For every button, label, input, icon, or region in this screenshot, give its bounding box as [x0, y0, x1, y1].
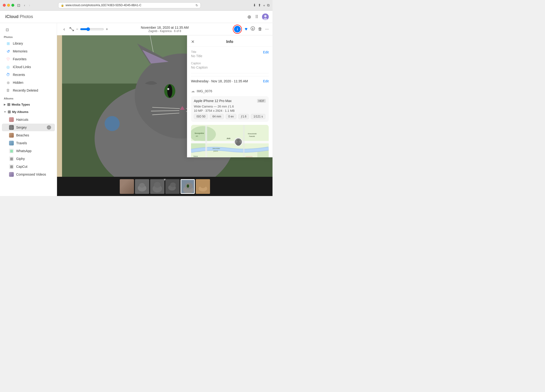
albums-section-title: Albums — [0, 95, 57, 101]
thumbnail-strip: ▼ — [57, 177, 272, 196]
minimize-button[interactable] — [7, 4, 10, 7]
info-title-edit-button[interactable]: Edit — [263, 50, 269, 54]
svg-point-64 — [170, 182, 176, 187]
sidebar-album-haircuts[interactable]: Haircuts — [2, 116, 55, 123]
info-close-button[interactable]: ✕ — [191, 39, 195, 44]
memories-icon: ↺ — [6, 49, 11, 54]
zoom-slider[interactable] — [80, 27, 104, 31]
sidebar-album-travels[interactable]: Travels — [2, 139, 55, 147]
lock-icon: 🔒 — [61, 4, 64, 7]
icloud-text: iCloud — [5, 14, 19, 19]
sidebar-album-sergey[interactable]: Sergey ··· — [2, 124, 55, 131]
browser-titlebar: ⊡ ‹ › 🔒 www.icloud.com/photos/#/a,1EE743… — [0, 0, 272, 10]
delete-button[interactable]: 🗑 — [258, 27, 262, 31]
scale-icon — [69, 27, 74, 31]
info-title-value: No Title — [191, 54, 202, 58]
map-container[interactable]: Seosjetilni ark Jarunsko jezero JUG Kine… — [191, 125, 269, 157]
strip-cat-4 — [196, 179, 210, 194]
browser-actions: ⬇ ⬆ + ⧉ — [253, 3, 270, 7]
sidebar-item-favorites[interactable]: ♡ Favorites — [2, 55, 55, 63]
info-panel: ✕ Info Title No Title Edit — [187, 35, 272, 157]
favorite-button[interactable]: ♥ — [245, 26, 248, 32]
share-button[interactable]: ⬆ — [258, 3, 261, 7]
info-divider: Wednesday · Nov 18, 2020 · 11:35 AM Edit — [191, 73, 269, 86]
svg-point-52 — [237, 139, 240, 142]
sidebar-item-icloud-links[interactable]: ◎ iCloud Links — [2, 63, 55, 71]
sidebar-item-library[interactable]: ⊞ Library — [2, 40, 55, 47]
info-button[interactable]: i — [234, 26, 241, 32]
info-caption-value: No Caption — [191, 66, 269, 69]
grid-button[interactable]: ⠿ — [255, 14, 258, 19]
traffic-lights — [3, 4, 14, 7]
strip-thumb-1[interactable] — [120, 179, 134, 194]
info-panel-content: Title No Title Edit Caption No Caption W… — [187, 47, 272, 157]
sidebar-item-recently-deleted[interactable]: 🗑 Recently Deleted — [2, 87, 55, 94]
strip-thumb-2[interactable] — [135, 179, 149, 194]
sidebar-item-recents[interactable]: ⏱ Recents — [2, 71, 55, 78]
forward-button[interactable]: › — [28, 3, 31, 8]
svg-point-71 — [200, 183, 206, 188]
svg-point-1 — [264, 15, 266, 17]
device-specs-row: ISO 50 64 mm 0 ev ƒ1.6 1/121 s — [194, 114, 266, 119]
haircuts-thumb — [9, 117, 14, 122]
info-date: Wednesday · Nov 18, 2020 · 11:35 AM — [191, 79, 248, 83]
album-more-button[interactable]: ··· — [47, 125, 51, 130]
strip-thumb-4[interactable] — [165, 179, 180, 194]
strip-thumb-6[interactable] — [196, 179, 210, 194]
sidebar-album-capcut[interactable]: ⊞ CapCut — [2, 163, 55, 170]
media-types-icon: ⊞ — [7, 102, 10, 107]
svg-rect-34 — [191, 141, 269, 143]
svg-text:jezero: jezero — [213, 150, 218, 152]
device-card-header: Apple iPhone 12 Pro Max HEIF — [194, 99, 266, 103]
my-albums-arrow: ▼ — [4, 111, 6, 113]
tabs-button[interactable]: ⧉ — [267, 3, 270, 7]
svg-text:Sava: Sava — [193, 155, 198, 157]
sidebar-toggle-button[interactable]: ⊡ — [16, 3, 21, 8]
download-button[interactable]: ⬇ — [253, 3, 256, 7]
address-bar[interactable]: 🔒 www.icloud.com/photos/#/a,1EE743E0-5D5… — [58, 2, 201, 8]
device-name: Apple iPhone 12 Pro Max — [194, 99, 232, 103]
strip-thumb-5[interactable] — [180, 179, 195, 194]
sidebar-album-compressed-videos[interactable]: Compressed Videos — [2, 171, 55, 178]
sidebar-album-whatsapp[interactable]: ⊞ WhatsApp — [2, 147, 55, 155]
strip-thumb-3[interactable] — [150, 179, 164, 194]
info-date-edit-button[interactable]: Edit — [263, 79, 269, 83]
svg-rect-36 — [243, 125, 244, 157]
sidebar-hidden-label: Hidden — [13, 81, 51, 84]
photo-toolbar: ‹ − + November 18, 2020 at 11:35 AM Zagr… — [57, 23, 272, 35]
map-svg: Seosjetilni ark Jarunsko jezero JUG Kine… — [191, 125, 269, 157]
strip-arrow-up: ▼ — [163, 178, 167, 181]
svg-point-68 — [187, 184, 189, 188]
sidebar-item-hidden[interactable]: ⊗ Hidden — [2, 79, 55, 86]
app-bar: iCloud Photos ⊕ ⠿ — [0, 11, 272, 23]
maximize-button[interactable] — [11, 4, 14, 7]
svg-point-58 — [139, 183, 145, 188]
sidebar-album-capcut-label: CapCut — [16, 165, 51, 169]
sidebar-album-giphy[interactable]: ⊞ Giphy — [2, 155, 55, 163]
more-options-button[interactable]: ··· — [265, 27, 269, 31]
url-input[interactable]: www.icloud.com/photos/#/a,1EE743E0-5D5D-… — [66, 4, 194, 7]
new-tab-button[interactable]: + — [263, 3, 265, 7]
sidebar: ⊡ Photos ⊞ Library ↺ Memories ♡ Favorite… — [0, 23, 57, 196]
strip-cat-active — [181, 180, 195, 194]
icloud-logo: iCloud Photos — [5, 14, 33, 19]
zoom-minus-button[interactable]: − — [76, 27, 78, 31]
refresh-icon[interactable]: ↻ — [196, 4, 198, 7]
zoom-plus-button[interactable]: + — [106, 27, 108, 31]
download-photo-button[interactable] — [250, 26, 255, 32]
back-photo-button[interactable]: ‹ — [61, 26, 68, 32]
media-types-toggle[interactable]: ▶ ⊞ Media Types — [0, 101, 57, 108]
close-button[interactable] — [3, 4, 6, 7]
sidebar-item-memories[interactable]: ↺ Memories — [2, 48, 55, 55]
library-icon: ⊞ — [6, 41, 11, 46]
sidebar-toggle-view[interactable]: ⊡ — [2, 26, 57, 33]
avatar[interactable] — [262, 13, 269, 20]
browser-chrome: ⊡ ‹ › 🔒 www.icloud.com/photos/#/a,1EE743… — [0, 0, 272, 11]
back-button[interactable]: ‹ — [23, 3, 26, 8]
my-albums-toggle[interactable]: ▼ ⊞ My Albums — [0, 108, 57, 115]
sidebar-album-beaches[interactable]: Beaches — [2, 132, 55, 139]
icloud-links-icon: ◎ — [6, 65, 11, 69]
svg-text:ark: ark — [196, 135, 198, 137]
toolbar-right: i ♥ 🗑 ··· — [233, 25, 269, 34]
add-button[interactable]: ⊕ — [247, 14, 251, 20]
